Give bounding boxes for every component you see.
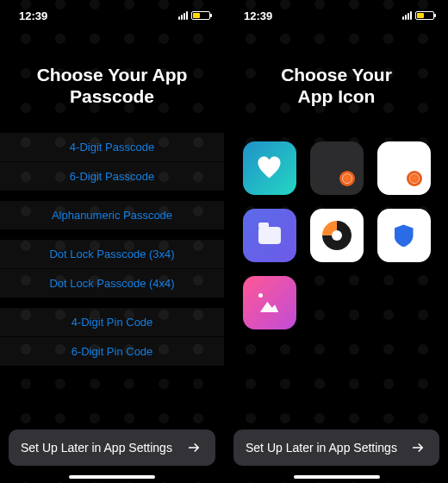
app-icon-white-fingerprint[interactable] — [377, 141, 431, 195]
app-icon-split-circle[interactable] — [310, 209, 364, 262]
status-indicators — [402, 11, 434, 20]
app-icon-shield[interactable] — [377, 209, 431, 262]
option-4-digit-passcode[interactable]: 4-Digit Passcode — [0, 133, 224, 162]
home-indicator — [69, 475, 155, 479]
status-indicators — [178, 11, 210, 20]
fingerprint-icon — [407, 171, 422, 186]
status-time: 12:39 — [19, 9, 47, 22]
setup-later-button[interactable]: Set Up Later in App Settings — [9, 430, 215, 466]
fingerprint-icon — [339, 171, 355, 186]
signal-icon — [178, 11, 188, 20]
setup-later-button[interactable]: Set Up Later in App Settings — [233, 430, 439, 466]
page-title: Choose Your App Passcode — [0, 26, 224, 133]
arrow-right-icon — [408, 438, 427, 457]
option-6-digit-passcode[interactable]: 6-Digit Passcode — [0, 162, 224, 191]
home-indicator — [294, 475, 380, 479]
option-alphanumeric-passcode[interactable]: Alphanumeric Passcode — [0, 201, 224, 229]
battery-icon — [191, 11, 210, 20]
folder-icon — [258, 227, 281, 244]
option-dotlock-3x4[interactable]: Dot Lock Passcode (3x4) — [0, 240, 224, 269]
setup-later-label: Set Up Later in App Settings — [21, 441, 172, 455]
battery-icon — [415, 11, 434, 20]
split-circle-icon — [322, 221, 352, 250]
status-bar: 12:39 — [0, 0, 224, 26]
app-icon-heart[interactable] — [243, 141, 296, 195]
option-dotlock-4x4[interactable]: Dot Lock Passcode (4x4) — [0, 269, 224, 298]
status-bar: 12:39 — [225, 0, 448, 26]
app-icon-dark-fingerprint[interactable] — [310, 141, 364, 195]
option-6-digit-pin[interactable]: 6-Digit Pin Code — [0, 337, 224, 366]
heart-icon — [258, 156, 282, 180]
signal-icon — [402, 11, 412, 20]
gallery-icon — [255, 292, 284, 314]
arrow-right-icon — [184, 438, 203, 457]
phone-app-icon-screen: 12:39 Choose Your App Icon — [224, 0, 448, 483]
app-icon-folder[interactable] — [243, 209, 296, 262]
status-time: 12:39 — [244, 9, 272, 22]
option-4-digit-pin[interactable]: 4-Digit Pin Code — [0, 308, 224, 337]
app-icon-grid — [225, 133, 448, 329]
app-icon-gallery[interactable] — [243, 276, 296, 329]
page-title: Choose Your App Icon — [225, 26, 448, 133]
setup-later-label: Set Up Later in App Settings — [246, 441, 397, 455]
phone-passcode-screen: 12:39 Choose Your App Passcode 4-Digit P… — [0, 0, 224, 483]
shield-icon — [395, 224, 414, 247]
